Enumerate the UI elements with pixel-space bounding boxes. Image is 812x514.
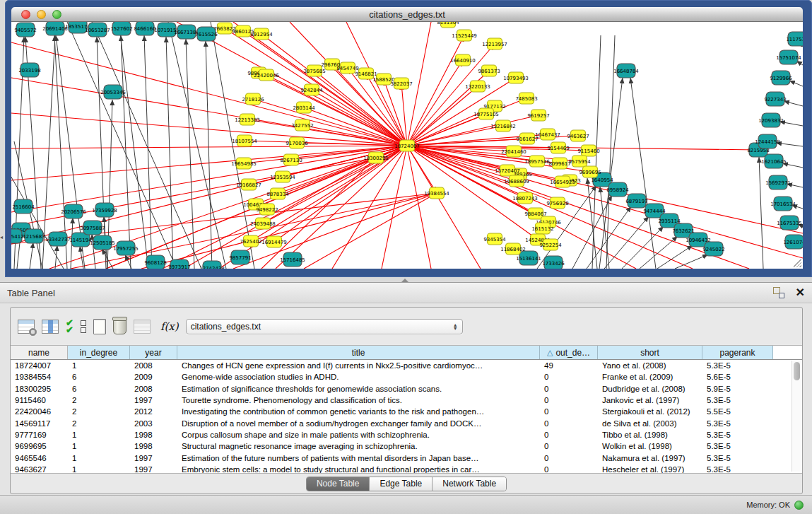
table-cell[interactable]: Changes of HCN gene expression and I(f) … [177, 361, 540, 370]
tab-node-table[interactable]: Node Table [307, 477, 370, 491]
table-row[interactable]: 1456911722003Disruption of a novel membe… [11, 417, 802, 428]
table-cell[interactable]: 2 [68, 419, 130, 428]
citation-edge-red[interactable] [11, 42, 407, 146]
table-cell[interactable]: Estimation of significance thresholds fo… [177, 385, 540, 393]
table-cell[interactable]: 2008 [130, 361, 177, 370]
tab-edge-table[interactable]: Edge Table [370, 477, 433, 491]
table-cell[interactable]: 1997 [130, 396, 177, 404]
citation-edge-red[interactable] [11, 78, 407, 146]
table-row[interactable]: 1938455462009Genome-wide association stu… [11, 371, 802, 382]
table-row[interactable]: 946554611997Estimation of the future num… [11, 452, 802, 463]
scrollbar-thumb[interactable] [794, 362, 800, 380]
citation-edge-red[interactable] [253, 99, 407, 146]
table-cell[interactable]: 5.5E-5 [702, 407, 773, 416]
citation-edge-red[interactable] [407, 86, 478, 146]
table-cell[interactable]: Disruption of a novel member of a sodium… [177, 419, 540, 428]
citation-edge-black[interactable] [759, 157, 763, 269]
close-panel-icon[interactable]: ✕ [796, 287, 805, 298]
table-cell[interactable]: 5.3E-5 [702, 361, 773, 370]
table-row[interactable]: 1872400712008Changes of HCN gene express… [11, 360, 802, 371]
table-cell[interactable]: Investigating the contribution of common… [177, 407, 540, 416]
citation-edge-black[interactable] [119, 22, 148, 269]
table-row[interactable]: 977716911998Corpus callosum shape and si… [11, 429, 802, 440]
table-row[interactable]: 946362711997Embryonic stem cells: a mode… [11, 464, 802, 474]
zoom-window-button[interactable] [52, 10, 61, 19]
citation-edge-red[interactable] [243, 31, 407, 146]
column-header-short[interactable]: short [598, 346, 702, 359]
select-rows-button[interactable]: ✔✔ [66, 320, 73, 334]
citation-edge-black[interactable] [572, 195, 612, 269]
table-settings-button[interactable] [18, 320, 35, 334]
function-builder-button[interactable]: f(x) [160, 320, 179, 333]
column-header-year[interactable]: year [130, 346, 177, 359]
table-cell[interactable]: 9115460 [11, 396, 68, 404]
citation-edge-red[interactable] [304, 193, 437, 269]
table-cell[interactable]: 2012 [130, 407, 177, 416]
table-cell[interactable]: 6 [68, 385, 130, 393]
table-cell[interactable]: Dudbridge et al. (2008) [598, 385, 702, 393]
table-cell[interactable]: 2008 [130, 385, 177, 393]
citation-edge-red[interactable] [407, 146, 803, 258]
citation-edge-red[interactable] [407, 35, 464, 146]
table-cell[interactable]: 1998 [130, 442, 177, 450]
citation-edge-red[interactable] [407, 146, 481, 269]
table-cell[interactable]: 1998 [130, 431, 177, 439]
citation-edge-black[interactable] [622, 226, 664, 269]
table-cell[interactable]: 6 [68, 373, 130, 381]
table-cell[interactable]: 5.9E-5 [702, 385, 773, 393]
table-cell[interactable]: Wolkin et al. (1998) [598, 442, 702, 450]
tab-network-table[interactable]: Network Table [433, 477, 506, 491]
table-cell[interactable]: 5.6E-5 [702, 373, 773, 381]
table-cell[interactable]: 0 [540, 454, 598, 462]
table-row[interactable]: 969969511998Structural magnetic resonanc… [11, 440, 802, 452]
column-header-name[interactable]: name [11, 346, 68, 359]
table-cell[interactable]: 18724007 [11, 361, 68, 370]
minimize-window-button[interactable] [37, 10, 46, 19]
table-cell[interactable]: 1997 [130, 454, 177, 462]
row-height-button[interactable] [81, 320, 86, 333]
table-cell[interactable]: Corpus callosum shape and size in male p… [177, 431, 540, 439]
table-cell[interactable]: 1 [68, 361, 130, 370]
table-cell[interactable]: 5.3E-5 [702, 454, 773, 462]
float-panel-icon[interactable] [773, 287, 784, 298]
table-cell[interactable]: Embryonic stem cells: a model to study s… [177, 465, 540, 474]
table-cell[interactable]: 0 [540, 442, 598, 450]
table-cell[interactable]: Nakamura et al. (1997) [598, 454, 702, 462]
table-cell[interactable]: 5.3E-5 [702, 419, 773, 428]
citation-edge-black[interactable] [206, 41, 212, 269]
table-cell[interactable]: 0 [540, 431, 598, 439]
table-cell[interactable]: Hescheler et al. (1997) [598, 465, 702, 474]
table-selector-dropdown[interactable]: citations_edges.txt ▲▼ [186, 319, 463, 334]
table-cell[interactable]: 2009 [130, 373, 177, 381]
table-cell[interactable]: 5.3E-5 [702, 431, 773, 439]
table-cell[interactable]: 9777169 [11, 431, 68, 439]
table-cell[interactable]: 9465546 [11, 454, 68, 462]
citation-edge-black[interactable] [789, 81, 803, 86]
table-cell[interactable]: 2 [68, 407, 130, 416]
resize-grip-icon[interactable] [794, 259, 801, 267]
table-row[interactable]: 2242004622012Investigating the contribut… [11, 406, 802, 417]
table-cell[interactable]: 2003 [130, 419, 177, 428]
table-cell[interactable]: Genome-wide association studies in ADHD. [177, 373, 540, 381]
citation-edge-black[interactable] [640, 236, 678, 269]
table-cell[interactable]: Jankovic et al. (1997) [598, 396, 702, 404]
select-column-button[interactable] [42, 320, 59, 334]
table-cell[interactable]: 1 [68, 431, 130, 439]
table-cell[interactable]: Stergiakouli et al. (2012) [598, 407, 702, 416]
citation-edge-red[interactable] [11, 146, 407, 148]
table-cell[interactable]: 9699695 [11, 442, 68, 450]
citation-graph[interactable]: 9405572206914061853517410653287152760284… [11, 22, 803, 269]
table-cell[interactable]: Estimation of the future numbers of pati… [177, 454, 540, 462]
table-cell[interactable]: 1 [68, 454, 130, 462]
table-cell[interactable]: 19384554 [11, 373, 68, 381]
table-cell[interactable]: Tourette syndrome. Phenomenology and cla… [177, 396, 540, 404]
citation-edge-red[interactable] [382, 146, 407, 269]
table-cell[interactable]: 1 [68, 465, 130, 474]
citation-edge-black[interactable] [675, 255, 708, 269]
citation-edge-red[interactable] [261, 34, 407, 146]
table-cell[interactable]: Structural magnetic resonance image aver… [177, 442, 540, 450]
table-cell[interactable]: Franke et al. (2009) [598, 373, 702, 381]
network-canvas[interactable]: 9405572206914061853517410653287152760284… [11, 22, 803, 269]
column-header-outde[interactable]: △out_de… [540, 346, 598, 359]
table-cell[interactable]: de Silva et al. (2003) [598, 419, 702, 428]
